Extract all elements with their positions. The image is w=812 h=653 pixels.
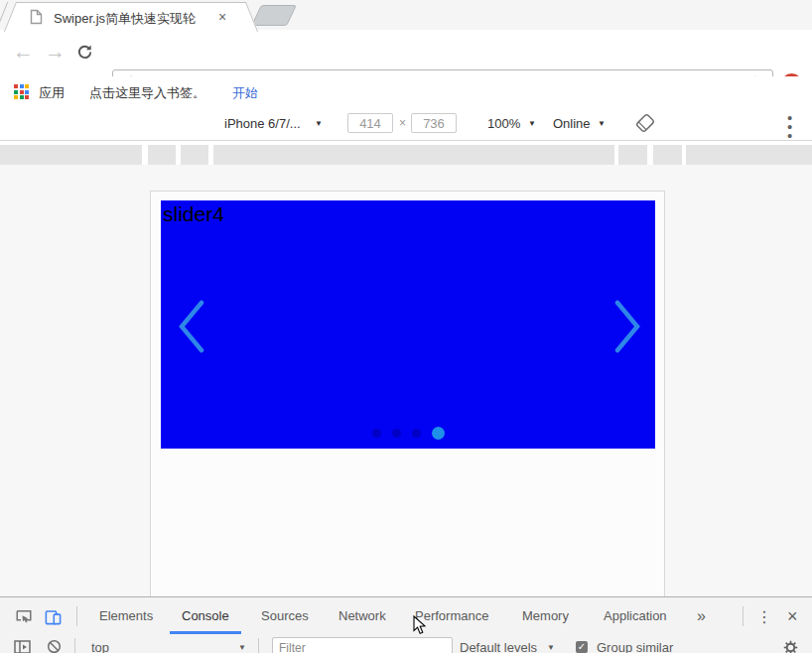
viewport-width-input[interactable] xyxy=(347,113,393,133)
console-toolbar: top ▼ Default levels ▼ ✓ Group similar xyxy=(0,636,812,653)
dimensions-times: × xyxy=(399,116,406,130)
emulated-page: slider4 xyxy=(150,191,665,596)
rotate-device-icon[interactable] xyxy=(635,113,655,133)
chevron-down-icon: ▼ xyxy=(598,119,606,128)
tab-close-icon[interactable]: × xyxy=(218,9,226,25)
import-bookmarks-label: 点击这里导入书签。 xyxy=(89,84,205,102)
ruler-segment xyxy=(0,145,142,165)
mouse-cursor xyxy=(413,615,427,635)
devtools-close-icon[interactable]: × xyxy=(787,606,798,627)
slider-prev-icon[interactable] xyxy=(177,300,206,353)
gear-icon[interactable] xyxy=(783,640,798,653)
more-tabs-icon[interactable]: » xyxy=(697,607,706,625)
pagination-dot[interactable] xyxy=(372,429,381,438)
swiper-slider[interactable]: slider4 xyxy=(161,200,655,449)
slider-next-icon[interactable] xyxy=(612,300,642,353)
slide-label: slider4 xyxy=(163,202,224,226)
tab-strip: Swiper.js简单快速实现轮 × xyxy=(0,0,812,31)
device-viewport-area: slider4 xyxy=(0,165,812,597)
devtools-menu-icon[interactable]: ⋮ xyxy=(756,607,772,626)
device-select[interactable]: iPhone 6/7/... xyxy=(224,116,301,131)
clear-console-icon[interactable] xyxy=(47,639,62,653)
ruler-segment xyxy=(181,145,208,165)
ruler-segment xyxy=(213,145,614,165)
back-icon[interactable]: ← xyxy=(13,42,34,62)
ruler-segment xyxy=(686,145,812,165)
apps-grid-cell xyxy=(14,84,18,88)
pagination-dot[interactable] xyxy=(432,427,445,440)
apps-grid-cell xyxy=(25,95,29,99)
toggle-device-toolbar-icon[interactable] xyxy=(44,607,63,626)
chevron-down-icon: ▼ xyxy=(238,643,246,652)
chevron-down-icon: ▼ xyxy=(315,119,323,128)
pagination-dot[interactable] xyxy=(392,429,401,438)
apps-grid-cell xyxy=(14,90,18,94)
browser-window: Swiper.js简单快速实现轮 × ← → file:///C:/Users/… xyxy=(0,0,812,653)
apps-grid-icon[interactable] xyxy=(14,84,29,99)
ruler-segment xyxy=(653,145,682,165)
console-filter-input[interactable] xyxy=(272,637,453,653)
console-context-select[interactable]: top xyxy=(91,640,109,653)
apps-grid-cell xyxy=(25,84,29,88)
tab-console[interactable]: Console xyxy=(170,597,241,634)
pagination-dot[interactable] xyxy=(412,429,421,438)
tab-elements[interactable]: Elements xyxy=(87,597,165,633)
pagination-dots xyxy=(161,427,655,440)
import-start-link[interactable]: 开始 xyxy=(232,84,258,102)
bookmarks-bar: 应用 点击这里导入书签。 开始 xyxy=(0,76,812,107)
ruler-segment xyxy=(148,145,176,165)
kebab-menu-icon[interactable]: ••• xyxy=(787,113,792,140)
group-similar-checkbox[interactable]: ✓ xyxy=(576,641,588,653)
zoom-select[interactable]: 100% xyxy=(487,116,520,131)
separator xyxy=(743,606,744,626)
tab-sources[interactable]: Sources xyxy=(249,597,321,633)
apps-grid-cell xyxy=(25,90,29,94)
ruler-strip xyxy=(0,145,812,165)
throttling-select[interactable]: Online xyxy=(553,116,591,131)
browser-tab[interactable]: Swiper.js简单快速实现轮 × xyxy=(18,2,244,32)
apps-grid-cell xyxy=(20,90,24,94)
reload-icon[interactable] xyxy=(75,43,94,62)
viewport-height-input[interactable] xyxy=(411,113,457,133)
chevron-down-icon: ▼ xyxy=(528,119,536,128)
apps-grid-cell xyxy=(20,84,24,88)
apps-grid-cell xyxy=(14,95,18,99)
ruler-segment xyxy=(618,145,647,165)
tab-title: Swiper.js简单快速实现轮 xyxy=(54,10,210,28)
new-tab-button[interactable] xyxy=(251,5,297,26)
device-mode-toolbar: iPhone 6/7/... ▼ × 100% ▼ Online ▼ ••• xyxy=(0,106,812,141)
devtools-tabbar: Elements Console Sources Network Perform… xyxy=(0,596,812,637)
page-icon xyxy=(30,9,43,25)
separator xyxy=(258,638,259,653)
tab-memory[interactable]: Memory xyxy=(510,597,581,633)
apps-label[interactable]: 应用 xyxy=(39,84,65,102)
tab-application[interactable]: Application xyxy=(592,597,679,633)
console-sidebar-icon[interactable] xyxy=(14,640,31,653)
browser-toolbar: ← → file:///C:/Users/z/Desktop/index.htm… xyxy=(0,30,812,76)
apps-grid-cell xyxy=(20,95,24,99)
chevron-down-icon: ▼ xyxy=(547,643,555,652)
tab-network[interactable]: Network xyxy=(327,597,398,633)
separator xyxy=(76,606,77,626)
separator xyxy=(74,638,75,653)
group-similar-label: Group similar xyxy=(597,640,673,653)
inspect-element-icon[interactable] xyxy=(15,607,33,625)
forward-icon[interactable]: → xyxy=(45,42,66,62)
log-levels-select[interactable]: Default levels xyxy=(460,640,537,653)
